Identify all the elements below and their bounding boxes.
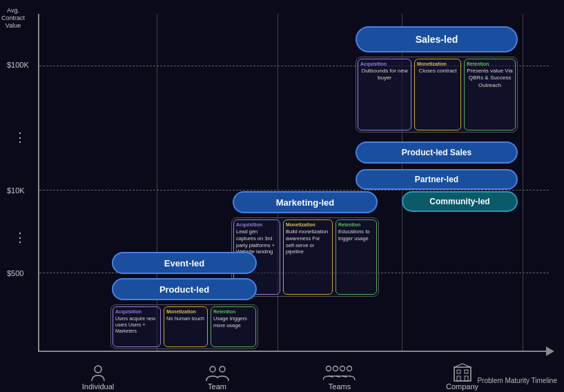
product-led-subs: Acquisition Users acquire new users User…: [110, 304, 258, 349]
sales-acq-box: Acquisition Outbounds for new buyer: [358, 59, 411, 130]
svg-point-6: [347, 366, 352, 371]
svg-rect-12: [465, 376, 468, 381]
svg-point-0: [95, 366, 101, 373]
prod-acq-text: Users acquire new users Users + Marketer…: [115, 315, 158, 334]
svg-rect-9: [457, 370, 460, 373]
sales-mon-text: Closes contract: [417, 68, 458, 75]
x-axis-title: Problem Maturity Timeline: [477, 376, 557, 385]
prod-mon-text: No human touch: [166, 315, 205, 322]
block-sales-led: Sales-led: [356, 26, 518, 52]
line-10k: [39, 190, 549, 190]
block-partner-led: Partner-led: [356, 169, 518, 190]
prod-acq-box: Acquisition Users acquire new users User…: [113, 306, 161, 347]
x-axis-arrow: [546, 346, 554, 356]
sales-ret-text: Presents value Via QBRs & Success Outrea…: [467, 68, 513, 89]
dots-lower: ⋮: [14, 235, 26, 240]
svg-rect-10: [465, 370, 468, 373]
mktg-mon-label: Monetization: [286, 222, 330, 227]
x-label-team: Team: [157, 363, 278, 391]
svg-point-5: [340, 366, 345, 371]
block-community-led: Community-led: [402, 191, 518, 212]
block-product-led-sales: Product-led Sales: [356, 141, 518, 164]
teams-icon: [323, 363, 356, 382]
prod-mon-label: Monetization: [166, 309, 205, 314]
sales-acq-text: Outbounds for new buyer: [360, 68, 409, 82]
y-label-100k: $100K: [7, 61, 29, 69]
mktg-ret-label: Retention: [338, 222, 374, 227]
mktg-mon-box: Monetization Build monetization awarenes…: [283, 219, 333, 295]
x-label-teams: Teams: [278, 363, 402, 391]
svg-point-2: [220, 366, 225, 372]
chart-area: Sales-led Acquisition Outbounds for new …: [38, 14, 549, 352]
prod-ret-box: Retention Usage triggers more usage: [211, 306, 256, 347]
mktg-ret-box: Retention Educations to trigger usage: [336, 219, 377, 295]
block-event-led: Event-led: [112, 252, 257, 274]
prod-ret-label: Retention: [213, 309, 253, 314]
sales-mon-label: Monetization: [417, 61, 458, 66]
block-product-led: Product-led: [112, 278, 257, 300]
sales-ret-box: Retention Presents value Via QBRs & Succ…: [464, 59, 516, 130]
prod-acq-label: Acquisition: [115, 309, 158, 314]
individual-icon: [88, 363, 108, 382]
svg-point-4: [333, 366, 338, 371]
svg-rect-11: [457, 376, 460, 381]
mktg-ret-text: Educations to trigger usage: [338, 228, 374, 242]
y-label-10k: $10K: [7, 186, 25, 195]
block-marketing-led: Marketing-led: [233, 191, 378, 213]
vline-2: [278, 14, 278, 351]
svg-point-3: [327, 366, 331, 371]
chart-container: Avg.ContractValue $100K $10K $500 ⋮ ⋮ Sa…: [0, 0, 564, 392]
dots-upper: ⋮: [14, 135, 26, 140]
vline-4: [523, 14, 523, 351]
sales-mon-box: Monetization Closes contract: [414, 59, 461, 130]
mktg-acq-label: Acquisition: [236, 222, 278, 227]
team-icon: [205, 363, 230, 382]
sales-acq-label: Acquisition: [360, 61, 409, 66]
x-axis-labels: Individual Team: [39, 363, 550, 391]
prod-mon-box: Monetization No human touch: [164, 306, 208, 347]
x-label-individual: Individual: [39, 363, 157, 391]
y-label-500: $500: [7, 269, 23, 277]
sales-led-subs: Acquisition Outbounds for new buyer Mone…: [356, 57, 518, 133]
y-axis-title: Avg.ContractValue: [1, 7, 25, 29]
company-icon: [451, 363, 474, 382]
sales-ret-label: Retention: [467, 61, 513, 66]
mktg-mon-text: Build monetization awareness For self-se…: [286, 228, 330, 255]
svg-point-1: [210, 366, 215, 372]
prod-ret-text: Usage triggers more usage: [213, 315, 253, 329]
